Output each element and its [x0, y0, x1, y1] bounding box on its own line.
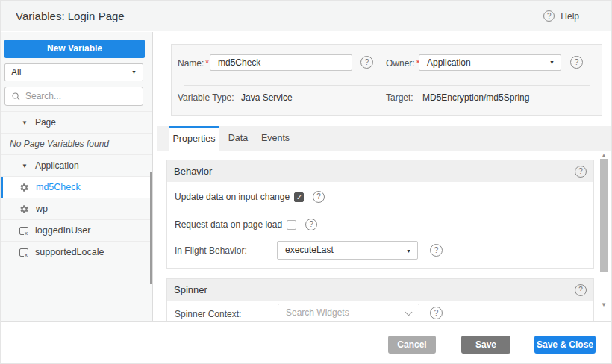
behavior-section: Behavior Update data on input change Req…	[166, 160, 594, 269]
variable-search	[4, 87, 143, 106]
help-label: Help	[561, 11, 579, 22]
tab-bar: Properties Data Events	[157, 126, 612, 151]
name-input[interactable]	[210, 54, 352, 71]
in-flight-behavior-help-icon[interactable]	[430, 244, 443, 257]
collapse-triangle-icon	[22, 119, 28, 126]
variable-info-panel: Name:* Owner:* Application Variable Type…	[171, 44, 602, 116]
behavior-help-icon[interactable]	[575, 166, 587, 178]
tab-data[interactable]: Data	[219, 126, 257, 151]
update-on-input-help-icon[interactable]	[313, 191, 325, 203]
collapse-triangle-icon	[22, 163, 28, 169]
tree-item-label: wp	[36, 204, 48, 214]
save-button[interactable]: Save	[461, 336, 510, 354]
gear-icon	[19, 183, 29, 192]
in-flight-behavior-label: In Flight Behavior:	[175, 245, 247, 256]
variables-sidebar: New Variable All Page No Page Variables …	[1, 32, 153, 321]
help-circle-icon	[543, 10, 555, 22]
behavior-section-title: Behavior	[174, 166, 212, 177]
tree-item-label: loggedInUser	[35, 225, 90, 236]
spinner-context-label: Spinner Context:	[175, 309, 241, 319]
spinner-context-placeholder: Search Widgets	[286, 307, 349, 318]
scroll-down-arrow-icon[interactable]: ▼	[599, 301, 608, 308]
properties-scrollbar: ▲ ▼	[599, 151, 608, 322]
tree-item-wp[interactable]: wp	[1, 198, 152, 220]
request-on-load-label: Request data on page load	[175, 219, 282, 230]
variable-icon	[19, 227, 28, 235]
tree-item-supportedlocale[interactable]: supportedLocale	[1, 242, 152, 263]
properties-panel: Behavior Update data on input change Req…	[157, 151, 612, 322]
in-flight-behavior-select[interactable]: executeLast	[277, 241, 418, 260]
variable-type-label: Variable Type:	[178, 92, 234, 103]
panel-divider	[184, 85, 590, 86]
scroll-up-arrow-icon[interactable]: ▲	[599, 152, 608, 159]
owner-value: Application	[427, 57, 471, 68]
spinner-section-title: Spinner	[174, 284, 207, 295]
scope-filter-value: All	[11, 67, 21, 78]
spinner-section-header: Spinner	[167, 279, 593, 301]
request-on-load-help-icon[interactable]	[305, 219, 317, 230]
chevron-down-icon	[549, 55, 555, 70]
variables-tree: Page No Page Variables found Application…	[1, 111, 152, 263]
tree-item-label: supportedLocale	[35, 247, 104, 257]
spinner-section: Spinner Spinner Context: Search Widgets	[166, 278, 594, 322]
page-title: Variables: Login Page	[16, 1, 125, 31]
page-empty-message: No Page Variables found	[1, 134, 152, 155]
variable-type-value: Java Service	[241, 92, 293, 103]
save-and-close-button[interactable]: Save & Close	[534, 336, 596, 354]
request-on-load-row: Request data on page load	[175, 219, 317, 230]
chevron-down-icon	[406, 242, 411, 259]
required-asterisk: *	[205, 58, 209, 69]
sidebar-scrollbar[interactable]	[150, 172, 152, 284]
owner-select[interactable]: Application	[419, 54, 561, 71]
target-value: MD5Encryption/md5Spring	[422, 92, 529, 103]
tree-item-md5check[interactable]: md5Check	[1, 177, 152, 198]
spinner-context-help-icon[interactable]	[430, 307, 443, 319]
behavior-section-header: Behavior	[167, 160, 593, 182]
request-on-load-checkbox[interactable]	[287, 220, 296, 230]
update-on-input-row: Update data on input change	[175, 191, 325, 203]
search-input[interactable]	[25, 91, 137, 101]
scrollbar-thumb[interactable]	[600, 159, 608, 272]
spinner-context-combobox[interactable]: Search Widgets	[278, 304, 419, 322]
owner-help-icon[interactable]	[570, 56, 583, 69]
tab-bar-fill	[294, 126, 612, 151]
variable-icon	[19, 248, 28, 257]
variables-dialog: Variables: Login Page Help New Variable …	[0, 0, 612, 364]
update-on-input-checkbox[interactable]	[294, 192, 304, 202]
spinner-help-icon[interactable]	[575, 284, 587, 296]
tree-group-label: Page	[35, 117, 56, 128]
in-flight-behavior-value: executeLast	[285, 245, 334, 255]
chevron-down-icon	[405, 309, 413, 316]
chevron-down-icon	[131, 64, 137, 81]
dialog-footer: Cancel Save Save & Close	[1, 321, 612, 364]
scope-filter-select[interactable]: All	[4, 63, 143, 81]
gear-icon	[19, 204, 29, 214]
cancel-button[interactable]: Cancel	[388, 336, 436, 354]
target-label: Target:	[386, 92, 413, 103]
tree-group-label: Application	[35, 160, 79, 171]
search-icon	[11, 92, 21, 101]
owner-label: Owner:*	[386, 58, 419, 69]
tree-item-label: md5Check	[36, 182, 81, 192]
dialog-header: Variables: Login Page Help	[1, 1, 612, 31]
tab-properties[interactable]: Properties	[169, 126, 219, 151]
tree-item-loggedinuser[interactable]: loggedInUser	[1, 220, 152, 242]
name-help-icon[interactable]	[360, 56, 373, 69]
tree-group-page[interactable]: Page	[1, 112, 152, 134]
tab-events[interactable]: Events	[257, 126, 294, 151]
tab-spacer	[157, 126, 169, 151]
name-label: Name:*	[178, 58, 209, 69]
new-variable-button[interactable]: New Variable	[4, 40, 145, 58]
tree-group-application[interactable]: Application	[1, 155, 152, 177]
help-button[interactable]: Help	[543, 1, 579, 31]
update-on-input-label: Update data on input change	[175, 192, 290, 202]
